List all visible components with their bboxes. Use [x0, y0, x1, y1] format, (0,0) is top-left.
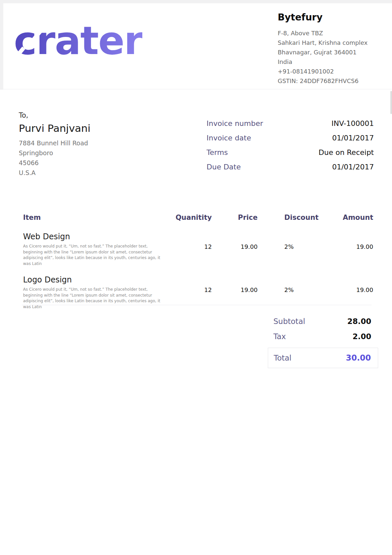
subtotal-row: Subtotal 28.00 — [268, 317, 371, 326]
invoice-number-label: Invoice number — [207, 119, 263, 128]
item-cell: Web Design As Cicero would put it, “Um, … — [23, 232, 173, 267]
invoice-date-label: Invoice date — [207, 134, 251, 142]
terms-row: Terms Due on Receipt — [207, 148, 374, 157]
company-gstin: GSTIN: 24DDF7682FHVCS6 — [278, 76, 368, 86]
grand-total-value: 30.00 — [346, 353, 371, 363]
subtotal-label: Subtotal — [273, 317, 305, 326]
table-header-row: Item Quanitity Price Discount Amount — [23, 214, 373, 221]
company-address-line: Sahkari Hart, Krishna complex — [278, 38, 368, 47]
items-table: Item Quanitity Price Discount Amount Web… — [23, 214, 373, 310]
bill-to-block: To, Purvi Panjvani 7884 Bunnel Hill Road… — [19, 111, 91, 178]
header-divider — [0, 89, 392, 89]
invoice-number-row: Invoice number INV-100001 — [207, 119, 374, 128]
grand-total-label: Total — [274, 354, 292, 362]
terms-value: Due on Receipt — [319, 148, 374, 157]
item-price: 19.00 — [212, 232, 258, 267]
invoice-meta: Invoice number INV-100001 Invoice date 0… — [207, 119, 374, 177]
grand-total-box: Total 30.00 — [268, 348, 378, 368]
tax-row: Tax 2.00 — [268, 332, 371, 341]
item-amount: 19.00 — [321, 232, 373, 267]
customer-address-line: 7884 Bunnel Hill Road — [19, 138, 91, 148]
scrollbar-thumb[interactable] — [390, 91, 392, 114]
tax-label: Tax — [273, 332, 286, 341]
invoice-date-row: Invoice date 01/01/2017 — [207, 134, 374, 143]
invoice-date-value: 01/01/2017 — [332, 134, 374, 142]
top-edge-strip — [0, 0, 392, 3]
column-header-quantity: Quanitity — [173, 214, 212, 221]
terms-label: Terms — [207, 148, 228, 157]
item-name: Logo Design — [23, 275, 173, 284]
column-header-discount: Discount — [258, 214, 321, 221]
due-date-row: Due Date 01/01/2017 — [207, 163, 374, 172]
left-edge-strip — [0, 0, 3, 90]
item-quantity: 12 — [173, 232, 212, 267]
table-row: Web Design As Cicero would put it, “Um, … — [23, 232, 373, 267]
tax-value: 2.00 — [352, 332, 371, 341]
subtotal-value: 28.00 — [347, 317, 371, 326]
company-address-line: India — [278, 57, 368, 67]
company-block: Bytefury F-8, Above TBZ Sahkari Hart, Kr… — [278, 12, 368, 86]
crater-logo: crater — [14, 16, 142, 65]
column-header-price: Price — [212, 214, 258, 221]
item-description: As Cicero would put it, “Um, not so fast… — [23, 244, 165, 267]
company-address-line: F-8, Above TBZ — [278, 28, 368, 38]
totals-block: Subtotal 28.00 Tax 2.00 — [268, 317, 371, 347]
due-date-label: Due Date — [207, 163, 241, 171]
column-header-amount: Amount — [321, 214, 373, 221]
invoice-page: crater Bytefury F-8, Above TBZ Sahkari H… — [0, 0, 392, 555]
invoice-number-value: INV-100001 — [331, 119, 374, 128]
company-address-line: Bhavnagar, Gujrat 364001 — [278, 47, 368, 57]
items-end-divider — [22, 305, 372, 305]
bill-to-label: To, — [19, 111, 91, 119]
customer-address-line: U.S.A — [19, 168, 91, 178]
item-name: Web Design — [23, 232, 173, 241]
item-discount: 2% — [258, 232, 321, 267]
customer-address-line: Springboro — [19, 148, 91, 158]
due-date-value: 01/01/2017 — [332, 163, 374, 171]
customer-name: Purvi Panjvani — [19, 122, 91, 134]
column-header-item: Item — [23, 214, 173, 221]
item-description: As Cicero would put it, “Um, not so fast… — [23, 287, 165, 310]
company-phone: +91-08141901002 — [278, 67, 368, 76]
customer-address-line: 45066 — [19, 158, 91, 168]
company-name: Bytefury — [278, 12, 368, 23]
